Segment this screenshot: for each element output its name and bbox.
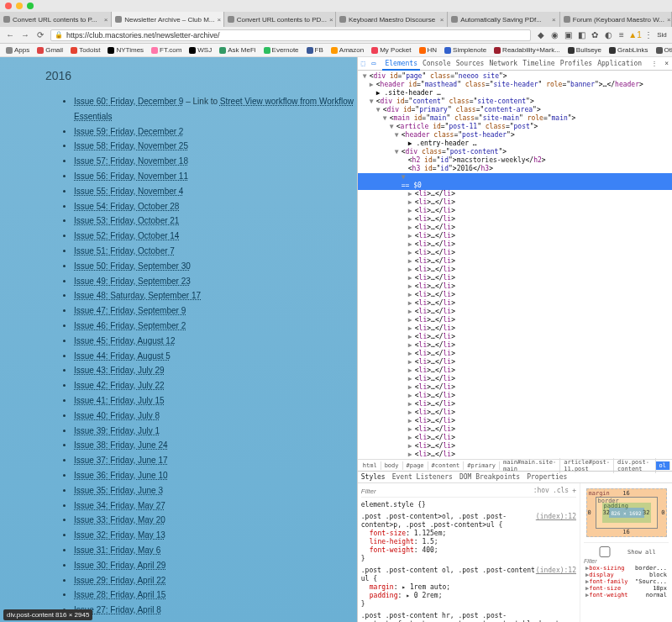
css-rule[interactable]: element.style {} (361, 501, 576, 509)
breadcrumb-item[interactable]: #primary (464, 461, 500, 470)
css-rule[interactable]: (index):12.post .post-content>ol, .post … (361, 513, 576, 563)
rule-origin[interactable]: (index):12 (536, 513, 576, 521)
issue-link[interactable]: Issue 46: Friday, September 2 (74, 321, 186, 330)
issue-link[interactable]: Issue 58: Friday, November 25 (74, 141, 188, 150)
issue-link[interactable]: Issue 40: Friday, July 8 (74, 411, 160, 420)
devtools-tab[interactable]: Console (420, 58, 454, 69)
rule-origin[interactable]: (index):12 (536, 567, 576, 575)
styles-subtab[interactable]: Event Listeners (392, 473, 453, 481)
bookmark-item[interactable]: GrabLinks (606, 46, 650, 54)
minimize-window[interactable] (16, 3, 23, 9)
devtools-tab[interactable]: Sources (454, 58, 487, 69)
issue-link[interactable]: Issue 60: Friday, December 9 (74, 97, 183, 106)
devtools-tab[interactable]: Network (486, 58, 520, 69)
bookmark-item[interactable]: Evernote (261, 46, 302, 54)
url-bar[interactable]: 🔒 https://club.macstories.net/newsletter… (50, 29, 531, 41)
cls-toggle[interactable]: .cls (553, 487, 569, 495)
extension-icon[interactable]: ▣ (563, 30, 573, 40)
browser-tab[interactable]: Automatically Saving PDf...× (448, 12, 559, 27)
bookmark-item[interactable]: Ask MeFi (217, 46, 258, 54)
tab-close-icon[interactable]: × (667, 16, 671, 24)
browser-tab[interactable]: Forum (Keyboard Maestro W...× (560, 12, 672, 27)
issue-link[interactable]: Issue 55: Friday, November 4 (74, 187, 183, 196)
bookmark-item[interactable]: Simplenote (442, 46, 489, 54)
computed-filter[interactable] (584, 558, 626, 564)
issue-link[interactable]: Issue 42: Friday, July 22 (74, 381, 165, 390)
issue-link[interactable]: Issue 36: Friday, June 10 (74, 471, 168, 480)
issue-link[interactable]: Issue 51: Friday, October 7 (74, 246, 175, 256)
browser-tab[interactable]: Convert URL contents to P...× (0, 12, 112, 27)
browser-tab[interactable]: Keyboard Maestro Discourse× (336, 12, 448, 27)
breadcrumb-item[interactable]: html (360, 461, 381, 470)
breadcrumb-item[interactable]: ol (656, 461, 670, 470)
bookmark-item[interactable]: Apps (3, 46, 32, 54)
styles-subtab[interactable]: Properties (527, 473, 567, 481)
issue-link[interactable]: Issue 48: Saturday, September 17 (74, 291, 201, 300)
devtools-tab[interactable]: Timeline (520, 58, 558, 69)
extension-icon[interactable]: ◧ (576, 30, 586, 40)
bookmark-item[interactable]: FT.com (149, 46, 184, 54)
browser-tab[interactable]: Newsletter Archive – Club M...× (112, 12, 223, 27)
extension-icon[interactable]: ✿ (590, 30, 600, 40)
devtools-tab[interactable]: Application (595, 58, 644, 69)
styles-subtab[interactable]: DOM Breakpoints (459, 473, 520, 481)
extension-icon[interactable]: ≡ (617, 30, 627, 40)
issue-link[interactable]: Issue 29: Friday, April 22 (74, 576, 165, 585)
devtools-menu-icon[interactable]: ⋮ (651, 60, 658, 67)
tab-close-icon[interactable]: × (217, 16, 221, 24)
bookmark-item[interactable]: Other Bookmarks (654, 46, 672, 54)
issue-link[interactable]: Issue 57: Friday, November 18 (74, 156, 188, 166)
reload-button[interactable]: ⟳ (35, 30, 45, 40)
css-rule[interactable]: (index):12.post .post-content ol, .post … (361, 567, 576, 609)
issue-link[interactable]: Issue 49: Friday, September 23 (74, 277, 191, 286)
tab-close-icon[interactable]: × (104, 16, 108, 24)
maximize-window[interactable] (27, 3, 34, 9)
issue-link[interactable]: Issue 50: Friday, September 30 (74, 261, 191, 271)
computed-row[interactable]: ▶font-weightnormal (584, 592, 669, 598)
bookmark-item[interactable]: Todoist (68, 46, 102, 54)
close-window[interactable] (5, 3, 12, 9)
issue-link[interactable]: Issue 54: Friday, October 28 (74, 202, 179, 211)
breadcrumb-item[interactable]: body (381, 461, 403, 470)
tab-close-icon[interactable]: × (329, 16, 333, 24)
issue-link[interactable]: Issue 47: Friday, September 9 (74, 306, 186, 315)
computed-row[interactable]: ▶displayblock (584, 572, 669, 578)
issue-link[interactable]: Issue 53: Friday, October 21 (74, 216, 179, 225)
issue-link[interactable]: Issue 34: Friday, May 27 (74, 501, 165, 510)
forward-button[interactable]: → (20, 30, 30, 40)
add-rule[interactable]: + (572, 487, 576, 495)
issue-link[interactable]: Issue 45: Friday, August 12 (74, 336, 175, 345)
bookmark-item[interactable]: My Pocket (369, 46, 413, 54)
issue-link[interactable]: Issue 56: Friday, November 11 (74, 171, 188, 181)
bookmark-item[interactable]: FB (304, 46, 326, 54)
bookmark-item[interactable]: Gmail (34, 46, 66, 54)
breadcrumb-item[interactable]: #page (403, 461, 428, 470)
issue-link[interactable]: Issue 31: Friday, May 6 (74, 546, 160, 555)
back-button[interactable]: ← (5, 30, 15, 40)
devtools-tab[interactable]: Elements (382, 58, 420, 71)
issue-link[interactable]: Issue 32: Friday, May 13 (74, 530, 165, 540)
issue-link[interactable]: Issue 35: Friday, June 3 (74, 486, 163, 495)
issue-link[interactable]: Issue 38: Friday, June 24 (74, 440, 168, 450)
bookmark-item[interactable]: Amazon (328, 46, 366, 54)
devtools-close-icon[interactable]: × (664, 60, 669, 67)
computed-row[interactable]: ▶font-size18px (584, 585, 669, 592)
bookmark-item[interactable]: Bullseye (565, 46, 604, 54)
browser-tab[interactable]: Convert URL contents to PD...× (224, 12, 336, 27)
dom-breadcrumb[interactable]: htmlbody#page#content#primarymain#main.s… (358, 459, 672, 471)
styles-subtab[interactable]: Styles (361, 473, 386, 481)
devtools-tab[interactable]: Profiles (558, 58, 596, 69)
styles-filter[interactable] (361, 488, 403, 495)
extension-icon[interactable]: ◉ (549, 30, 559, 40)
extension-icon[interactable]: ◐ (603, 30, 613, 40)
hov-toggle[interactable]: :hov (533, 487, 549, 495)
inspect-icon[interactable]: ⬚ (361, 60, 365, 67)
issue-link[interactable]: Issue 37: Friday, June 17 (74, 456, 168, 465)
dom-tree[interactable]: ▼<div id="page" class="neeoo site">▶<hea… (358, 71, 672, 459)
issue-link[interactable]: Issue 39: Friday, July 1 (74, 426, 160, 435)
bookmark-item[interactable]: Readability+Mark... (491, 46, 563, 54)
menu-icon[interactable]: ⋮ (643, 30, 654, 40)
selected-dom-node[interactable]: ▼ == $0 (358, 173, 672, 190)
tab-close-icon[interactable]: × (440, 16, 444, 24)
issue-link[interactable]: Issue 41: Friday, July 15 (74, 396, 165, 405)
